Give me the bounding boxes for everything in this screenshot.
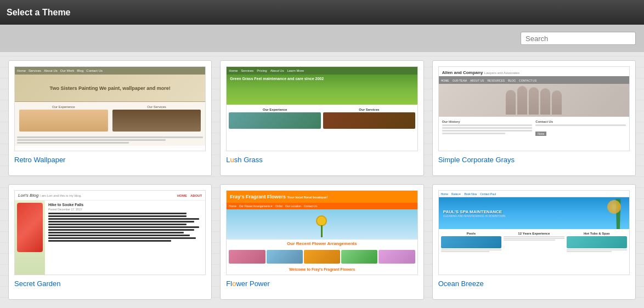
theme-grid: ▭ ▬ HomeServicesAbout UsOur WorkBlogCont… <box>0 52 644 308</box>
theme-preview-ocean: HomeRates ▾Book NowContact Paul PAUL'S S… <box>438 190 630 275</box>
theme-card-corp[interactable]: ▭ ▬ Allen and Company Lawyers and Associ… <box>432 60 636 176</box>
theme-card-flower[interactable]: ▭ ▬ Fray's Fragrant Flowers Your local f… <box>220 184 423 300</box>
theme-name-corp: Simple Corporate Grays <box>438 156 630 164</box>
search-input[interactable] <box>521 32 636 45</box>
theme-card-ocean[interactable]: ▭ HomeRates ▾Book NowContact Paul PAUL'S… <box>432 184 636 300</box>
theme-card-retro-wallpaper[interactable]: ▭ ▬ HomeServicesAbout UsOur WorkBlogCont… <box>8 60 212 176</box>
theme-name-retro: Retro Wallpaper <box>14 156 206 164</box>
theme-preview-retro: HomeServicesAbout UsOur WorkBlogContact … <box>14 66 206 151</box>
theme-name-garden: Secret Garden <box>14 280 206 288</box>
theme-preview-corp: Allen and Company Lawyers and Associates… <box>438 66 630 151</box>
theme-preview-garden: Lori's Blog I am Lori and this is my blo… <box>14 190 206 275</box>
app-header: Select a Theme <box>0 0 644 25</box>
theme-name-grass: Lush Grass <box>226 156 417 164</box>
theme-card-garden[interactable]: ▭ Lori's Blog I am Lori and this is my b… <box>8 184 212 300</box>
theme-card-lush-grass[interactable]: ▭ HomeServicesPricingAbout UsLearn More … <box>220 60 423 176</box>
page-title: Select a Theme <box>7 8 71 18</box>
theme-name-flower: Flower Power <box>226 280 417 288</box>
search-bar <box>0 25 644 52</box>
theme-name-ocean: Ocean Breeze <box>438 280 630 288</box>
theme-preview-grass: HomeServicesPricingAbout UsLearn More Gr… <box>226 66 417 151</box>
theme-preview-flower: Fray's Fragrant Flowers Your local flora… <box>226 190 417 275</box>
